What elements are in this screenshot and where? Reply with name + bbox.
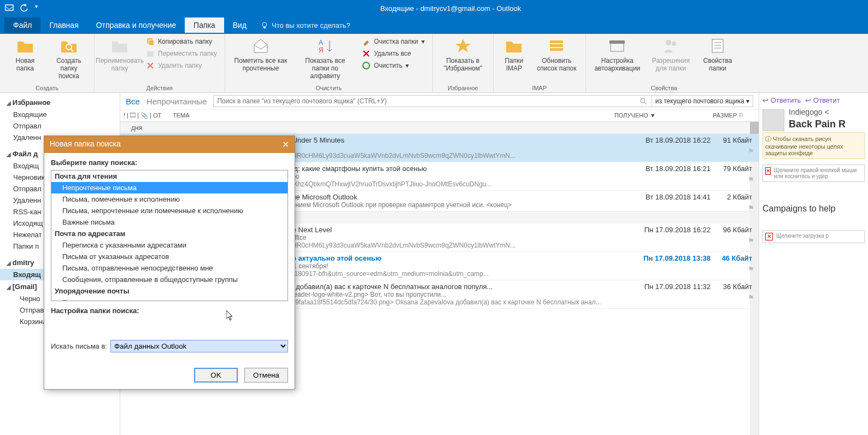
autoarchive-button[interactable]: Настройка автоархивации [591, 36, 643, 73]
svg-rect-13 [550, 48, 563, 51]
svg-rect-2 [263, 27, 266, 28]
qat-sendreceive-icon[interactable] [4, 3, 14, 13]
tell-me[interactable]: Что вы хотите сделать? [261, 21, 350, 30]
rename-folder-button[interactable]: Переименовать папку [100, 36, 139, 73]
info-bar[interactable]: ⓘ Чтобы скачать рисун скачивание некотор… [763, 132, 865, 159]
svg-text:Я: Я [319, 46, 324, 54]
dialog-select-label: Выберите папку поиска: [51, 158, 288, 170]
list-option[interactable]: Переписка с указанными адресатами [51, 239, 288, 251]
col-received[interactable]: ПОЛУЧЕНО ▼ [611, 111, 709, 120]
broom-icon [362, 37, 371, 46]
update-folder-list-button[interactable]: Обновить список папок [533, 36, 580, 73]
svg-point-10 [363, 62, 370, 69]
dialog-title: Новая папка поиска [50, 139, 121, 150]
image-placeholder[interactable]: ✕Щелкните загрузка р [763, 230, 865, 243]
flag-icon[interactable]: ⚑ [748, 293, 754, 302]
search-scope[interactable]: из текущего почтового ящика ▾ [652, 95, 753, 107]
svg-rect-12 [550, 44, 563, 47]
folders-icon [505, 37, 523, 55]
flag-icon[interactable]: ⚑ [748, 204, 754, 212]
filter-unread[interactable]: Непрочитанные [146, 97, 207, 106]
tab-folder[interactable]: Папка [185, 17, 224, 33]
reading-subject: Back Pain R [789, 116, 846, 132]
cleanup-folder-button[interactable]: Очистка папки ▾ [360, 36, 427, 47]
filter-bar: Все Непрочитанные из текущего почтового … [120, 93, 759, 110]
new-search-folder-button[interactable]: Создать папку поиска [49, 36, 89, 81]
close-icon[interactable]: ✕ [282, 139, 289, 150]
ribbon: Новая папка Создать папку поиска Создать… [0, 34, 868, 93]
flag-icon[interactable]: ⚑ [748, 265, 754, 273]
search-folder-dialog: Новая папка поиска ✕ Выберите папку поис… [44, 136, 295, 390]
search-input[interactable] [213, 95, 635, 107]
star-icon [454, 37, 472, 55]
envelope-open-icon [252, 37, 269, 55]
date-group-header[interactable]: дня [120, 122, 759, 134]
reading-sender: Indiegogo < [789, 108, 846, 116]
list-option[interactable]: Письма, помеченные к исполнению [51, 193, 288, 205]
search-button[interactable] [635, 95, 652, 107]
folder-properties-button[interactable]: Свойства папки [699, 36, 737, 73]
search-folder-listbox[interactable]: Почта для чтения Непрочтенные письма Пис… [51, 170, 288, 301]
people-icon [662, 37, 679, 55]
new-folder-button[interactable]: Новая папка [5, 36, 45, 73]
filter-all[interactable]: Все [126, 97, 140, 106]
flag-icon[interactable]: ⚑ [748, 237, 754, 245]
clean-button[interactable]: Очистить ▾ [360, 60, 411, 71]
svg-rect-6 [149, 40, 154, 45]
avatar [763, 109, 784, 131]
show-all-az-button[interactable]: АЯ Показать все папки по алфавиту [295, 36, 355, 81]
ok-button[interactable]: OK [194, 368, 238, 383]
col-icons[interactable]: ! | | 📎 | ОТ [120, 111, 169, 120]
tab-file[interactable]: Файл [4, 17, 40, 33]
section-favorites[interactable]: Избранное [0, 96, 120, 109]
flag-icon[interactable]: ⚑ [748, 175, 754, 184]
delete-all-icon [362, 49, 371, 58]
qat-undo-icon[interactable] [20, 3, 30, 13]
tab-view[interactable]: Вид [224, 17, 255, 33]
imap-folders-button[interactable]: Папки IMAP [499, 36, 529, 73]
recycle-icon [362, 61, 371, 70]
flag-icon[interactable]: ⚑ [748, 147, 754, 155]
reply-button[interactable]: ↩ Ответить [763, 96, 801, 104]
window-title: Входящие - dmitrycv1@gmail.com - Outlook [38, 4, 864, 13]
list-option[interactable]: Важные письма [51, 216, 288, 228]
ribbon-tabs: Файл Главная Отправка и получение Папка … [0, 16, 868, 34]
search-folder-icon [60, 37, 78, 55]
tab-home[interactable]: Главная [40, 17, 87, 33]
group-label-imap: IMAP [532, 84, 547, 91]
search-in-select[interactable]: Файл данных Outlook [110, 340, 288, 352]
delete-folder-button[interactable]: Удалить папку [144, 60, 204, 71]
svg-point-22 [641, 98, 645, 103]
copy-folder-button[interactable]: Копировать папку [144, 36, 214, 47]
reply-all-button[interactable]: ↩ Ответит [805, 96, 840, 104]
folder-item[interactable]: Отправл [0, 120, 120, 132]
image-placeholder[interactable]: ✕Щелкните правой кнопкой мыши или коснит… [763, 164, 865, 182]
show-favorites-button[interactable]: Показать в "Избранном" [438, 36, 488, 73]
move-folder-icon [146, 49, 155, 58]
col-size[interactable]: РАЗМЕР ⚐ [709, 111, 759, 120]
move-folder-button[interactable]: Переместить папку [144, 48, 219, 59]
dialog-title-bar[interactable]: Новая папка поиска ✕ [44, 136, 295, 153]
svg-point-1 [262, 22, 267, 27]
folder-item[interactable]: Входящие [0, 109, 120, 120]
svg-rect-24 [130, 113, 136, 117]
group-label-favorites: Избранное [448, 84, 478, 91]
folder-permissions-button[interactable]: Разрешения для папки [648, 36, 694, 73]
svg-text:А: А [319, 39, 323, 46]
group-label-properties: Свойства [651, 84, 677, 91]
svg-point-17 [672, 42, 676, 46]
list-option[interactable]: Сообщения, отправленные в общедоступные … [51, 274, 288, 285]
list-option[interactable]: Письма от указанных адресатов [51, 251, 288, 262]
list-option[interactable]: Письма, отправленные непосредственно мне [51, 262, 288, 274]
col-subject[interactable]: ТЕМА [169, 111, 611, 120]
tab-sendreceive[interactable]: Отправка и получение [87, 17, 185, 33]
mark-all-read-button[interactable]: Пометить все как прочтенные [231, 36, 291, 73]
cancel-button[interactable]: Отмена [244, 368, 288, 383]
reading-pane: ↩ Ответить ↩ Ответит Indiegogo < Back Pa… [759, 93, 868, 435]
column-headers: ! | | 📎 | ОТ ТЕМА ПОЛУЧЕНО ▼ РАЗМЕР ⚐ [120, 110, 759, 122]
delete-all-button[interactable]: Удалить все [360, 48, 413, 59]
list-option[interactable]: Непрочтенные письма [51, 182, 288, 193]
list-option[interactable]: Почта по категориям [51, 297, 288, 301]
list-option[interactable]: Письма, непрочтенные или помеченные к ис… [51, 205, 288, 216]
svg-rect-18 [712, 39, 723, 52]
